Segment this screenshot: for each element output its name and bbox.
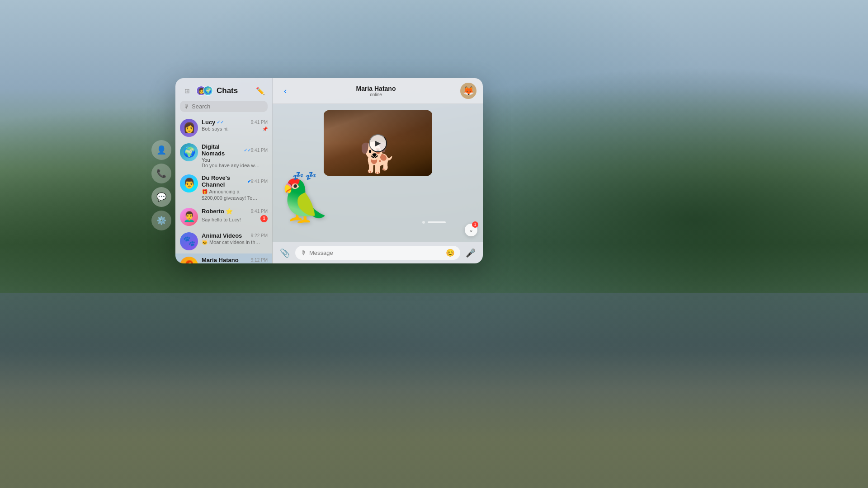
chat-list-header: ⊞ 👩 🌍 Chats ✏️ <box>175 78 272 101</box>
chats-icon-button[interactable]: 💬 <box>151 187 171 207</box>
name-row-lucy: Lucy ✓✓ 9:41 PM <box>202 119 268 126</box>
video-message[interactable]: 🐕 ▶ <box>324 110 432 176</box>
contacts-icon-button[interactable]: 👤 <box>151 140 171 160</box>
chat-items-list: 👩 Lucy ✓✓ 9:41 PM Bob says hi. 📌 <box>175 116 272 263</box>
water-reflection <box>0 293 868 488</box>
message-panel: ‹ Maria Hatano online 🦊 🐕 <box>273 78 483 263</box>
name-row-maria-hatano: Maria Hatano 9:12 PM <box>202 257 268 263</box>
time-animal-videos: 9:22 PM <box>251 233 268 238</box>
chat-info-roberto: Roberto ⭐ 9:41 PM Say hello to Lucy! 1 <box>202 208 268 222</box>
verified-icon-durove: ✔ <box>247 179 251 184</box>
time-maria-hatano: 9:12 PM <box>251 258 268 263</box>
sidebar-toggle-button[interactable]: ⊞ <box>181 84 193 97</box>
contact-avatar-emoji: 🦊 <box>463 85 474 96</box>
search-input[interactable] <box>192 103 268 110</box>
chat-item-lucy[interactable]: 👩 Lucy ✓✓ 9:41 PM Bob says hi. 📌 <box>175 116 272 140</box>
emoji-button[interactable]: 😊 <box>446 249 455 257</box>
calls-icon-button[interactable]: 📞 <box>151 164 171 183</box>
preview2-digital: Do you have any idea what time it is? <box>202 163 260 168</box>
unread-badge-roberto: 1 <box>260 215 268 222</box>
preview-roberto: Say hello to Lucy! <box>202 217 241 222</box>
scroll-to-bottom-button[interactable]: ⌄ 1 <box>465 224 477 236</box>
chat-item-roberto[interactable]: 👨‍🦱 Roberto ⭐ 9:41 PM Say hello to Lucy!… <box>175 205 272 229</box>
chat-item-animal-videos[interactable]: 🐾 Animal Videos 9:22 PM 🐱 Moar cat video… <box>175 229 272 253</box>
chat-info-animal-videos: Animal Videos 9:22 PM 🐱 Moar cat videos … <box>202 232 268 245</box>
preview-lucy: Bob says hi. <box>202 126 229 131</box>
preview-row-durove: 🎁 Announcing a $200,000 giveaway! To cel… <box>202 188 268 202</box>
attach-button[interactable]: 📎 <box>278 246 292 260</box>
time-digital-nomads: 9:41 PM <box>251 148 268 153</box>
preview-animal-videos: 🐱 Moar cat videos in this channel? <box>202 239 260 245</box>
contact-name: Maria Hatano <box>295 85 457 92</box>
zzz-text: 💤💤 <box>292 171 318 180</box>
name-digital-nomads: Digital Nomads ✓✓ <box>202 143 251 157</box>
chat-list-panel: ⊞ 👩 🌍 Chats ✏️ 🎙 👩 <box>175 78 273 263</box>
avatar-maria-hatano: 👩‍🦰 <box>180 257 198 263</box>
messages-area[interactable]: 🐕 ▶ 🦜 💤💤 ⌄ 1 <box>273 104 483 242</box>
mic-small-icon: 🎙 <box>301 249 307 256</box>
name-row-digital-nomads: Digital Nomads ✓✓ 9:41 PM <box>202 143 268 157</box>
double-check-lucy: ✓✓ <box>217 120 224 125</box>
name-maria-hatano: Maria Hatano <box>202 257 239 263</box>
preview-row-animal-videos: 🐱 Moar cat videos in this channel? <box>202 239 268 245</box>
back-button[interactable]: ‹ <box>279 84 292 97</box>
name-row-animal-videos: Animal Videos 9:22 PM <box>202 232 268 239</box>
chat-info-durove: Du Rove's Channel ✔ 9:41 PM 🎁 Announcing… <box>202 174 268 202</box>
message-input-wrap: 🎙 😊 <box>295 246 460 260</box>
progress-bar-container <box>422 221 446 224</box>
time-roberto: 9:41 PM <box>251 209 268 214</box>
compose-icon: ✏️ <box>256 87 265 95</box>
chat-item-durove[interactable]: 👨 Du Rove's Channel ✔ 9:41 PM 🎁 Announci… <box>175 171 272 205</box>
preview-durove: 🎁 Announcing a $200,000 giveaway! To cel… <box>202 188 260 202</box>
mic-icon: 🎤 <box>466 248 476 258</box>
avatar-lucy: 👩 <box>180 119 198 137</box>
header-avatars: 👩 🌍 <box>196 86 213 96</box>
header-avatar-2: 🌍 <box>203 86 213 96</box>
preview-multi-digital: You Do you have any idea what time it is… <box>202 157 260 168</box>
contact-avatar-header[interactable]: 🦊 <box>460 83 476 99</box>
contact-status: online <box>295 92 457 97</box>
message-input[interactable] <box>309 249 443 256</box>
double-check-digital: ✓✓ <box>244 148 251 153</box>
scroll-down-icon: ⌄ <box>469 227 473 233</box>
chats-title: Chats <box>217 86 238 95</box>
name-row-durove: Du Rove's Channel ✔ 9:41 PM <box>202 174 268 188</box>
sidebar-icons: 👤 📞 💬 ⚙️ <box>151 140 171 230</box>
avatar-roberto: 👨‍🦱 <box>180 208 198 226</box>
input-area: 📎 🎙 😊 🎤 <box>273 242 483 263</box>
name-animal-videos: Animal Videos <box>202 232 242 239</box>
progress-bar-active <box>428 221 446 223</box>
preview-row-roberto: Say hello to Lucy! 1 <box>202 215 268 222</box>
scroll-unread-badge: 1 <box>472 221 478 228</box>
avatar-digital-nomads: 🌍 <box>180 143 198 161</box>
contact-header-info: Maria Hatano online <box>295 85 457 97</box>
chat-info-digital-nomads: Digital Nomads ✓✓ 9:41 PM You Do you hav… <box>202 143 268 168</box>
avatar-animal-videos: 🐾 <box>180 232 198 250</box>
sidebar-toggle-icon: ⊞ <box>184 87 190 94</box>
sleeping-sticker-message: 🦜 💤💤 <box>279 180 330 221</box>
settings-icon-button[interactable]: ⚙️ <box>151 211 171 230</box>
chat-item-maria-hatano[interactable]: 👩‍🦰 Maria Hatano 9:12 PM 📹 Video Message… <box>175 253 272 263</box>
mic-button[interactable]: 🎤 <box>464 246 477 260</box>
pin-icon-lucy: 📌 <box>262 127 268 131</box>
preview-row-lucy: Bob says hi. 📌 <box>202 126 268 131</box>
search-icon: 🎙 <box>184 103 189 110</box>
attach-icon: 📎 <box>280 248 290 258</box>
name-lucy: Lucy ✓✓ <box>202 119 224 126</box>
sleeping-sticker: 🦜 <box>279 180 330 221</box>
time-lucy: 9:41 PM <box>251 120 268 125</box>
avatar-durove: 👨 <box>180 174 198 192</box>
compose-button[interactable]: ✏️ <box>254 84 267 97</box>
preview-row-digital-nomads: You Do you have any idea what time it is… <box>202 157 268 168</box>
video-play-button[interactable]: ▶ <box>369 134 387 152</box>
chat-info-lucy: Lucy ✓✓ 9:41 PM Bob says hi. 📌 <box>202 119 268 131</box>
search-bar[interactable]: 🎙 <box>180 101 268 112</box>
name-row-roberto: Roberto ⭐ 9:41 PM <box>202 208 268 215</box>
name-roberto: Roberto ⭐ <box>202 208 233 215</box>
progress-dot <box>422 221 425 224</box>
chat-item-digital-nomads[interactable]: 🌍 Digital Nomads ✓✓ 9:41 PM You Do you h… <box>175 140 272 171</box>
message-header: ‹ Maria Hatano online 🦊 <box>273 78 483 104</box>
chat-info-maria-hatano: Maria Hatano 9:12 PM 📹 Video Message 1 <box>202 257 268 263</box>
app-container: ⊞ 👩 🌍 Chats ✏️ 🎙 👩 <box>175 78 483 263</box>
time-durove: 9:41 PM <box>251 179 268 184</box>
